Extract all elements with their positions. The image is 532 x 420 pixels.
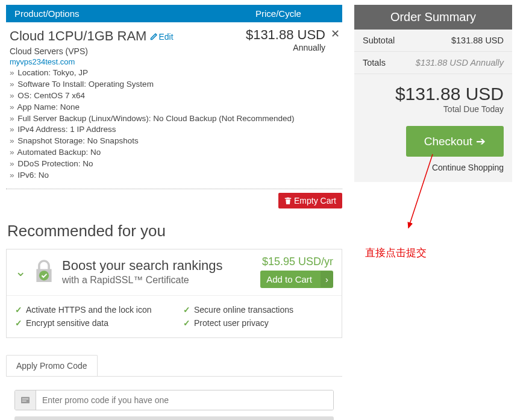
subtotal-value: $131.88 USD — [451, 36, 504, 45]
feature-item: ✓Protect user privacy — [183, 316, 333, 330]
header-product: Product/Options — [14, 8, 255, 19]
config-line: » Automated Backup: No — [10, 147, 339, 158]
total-due-label: Total Due Today — [363, 104, 504, 114]
promo-price: $15.95 USD/yr — [260, 255, 333, 268]
chevron-right-icon: › — [321, 271, 333, 287]
item-cycle: Annually — [246, 43, 325, 52]
empty-cart-button[interactable]: Empty Cart — [278, 193, 342, 208]
total-due-amount: $131.88 USD — [363, 84, 504, 104]
annotation-text: 直接点击提交 — [365, 246, 427, 260]
trash-icon — [284, 197, 292, 204]
config-list: » Location: Tokyo, JP» Software To Insta… — [10, 67, 339, 181]
recommended-heading: Recommended for you — [7, 222, 342, 240]
item-domain[interactable]: myvps234test.com — [10, 57, 339, 66]
summary-title: Order Summary — [354, 5, 512, 30]
config-line: » DDoS Protection: No — [10, 158, 339, 170]
feature-item: ✓Activate HTTPS and the lock icon — [15, 303, 165, 316]
config-line: » Full Server Backup (Linux/Windows): No… — [10, 113, 339, 125]
svg-rect-2 — [22, 398, 29, 399]
config-line: » Location: Tokyo, JP — [10, 67, 339, 79]
header-price: Price/Cycle — [255, 8, 334, 19]
chevron-down-icon[interactable]: ⌄ — [15, 264, 26, 280]
totals-value: $131.88 USD Annually — [416, 58, 504, 67]
cart-item: Cloud 1CPU/1GB RAM Edit $131.88 USD Annu… — [6, 22, 342, 189]
cart-table-header: Product/Options Price/Cycle — [6, 5, 342, 22]
config-line: » Software To Install: Operating System — [10, 79, 339, 90]
subtotal-label: Subtotal — [363, 36, 395, 45]
edit-button[interactable]: Edit — [150, 32, 173, 42]
remove-item-button[interactable]: ✕ — [331, 27, 340, 40]
lock-icon — [33, 257, 55, 286]
tab-apply-promo[interactable]: Apply Promo Code — [6, 355, 98, 376]
recommendation-card: ⌄ Boost your search rankings with a Rapi… — [6, 249, 342, 338]
item-price: $131.88 USD — [246, 27, 325, 43]
arrow-right-icon: ➔ — [476, 134, 486, 148]
promo-input-group — [14, 390, 334, 410]
svg-line-4 — [408, 154, 433, 228]
annotation-arrow — [402, 149, 463, 240]
pencil-icon — [150, 33, 157, 40]
config-line: » OS: CentOS 7 x64 — [10, 90, 339, 102]
feature-column: ✓Activate HTTPS and the lock icon✓Encryp… — [15, 303, 165, 330]
feature-column: ✓Secure online transactions✓Protect user… — [183, 303, 333, 330]
config-line: » App Name: None — [10, 102, 339, 113]
feature-item: ✓Encrypt sensitive data — [15, 316, 165, 330]
item-title: Cloud 1CPU/1GB RAM — [10, 28, 146, 44]
totals-label: Totals — [363, 58, 386, 67]
feature-item: ✓Secure online transactions — [183, 303, 333, 316]
promo-subtitle: with a RapidSSL™ Certificate — [62, 275, 223, 286]
config-line: » IPv6: No — [10, 170, 339, 181]
svg-rect-1 — [21, 396, 30, 403]
promo-title: Boost your search rankings — [62, 258, 223, 274]
ticket-icon — [15, 390, 36, 410]
promo-code-input[interactable] — [36, 390, 333, 410]
add-to-cart-button[interactable]: Add to Cart › — [260, 271, 333, 288]
config-line: » IPv4 Address: 1 IP Address — [10, 124, 339, 136]
svg-rect-3 — [22, 401, 27, 401]
config-line: » Snapshot Storage: No Snapshots — [10, 136, 339, 147]
svg-point-0 — [39, 271, 49, 280]
validate-code-button[interactable]: Validate Code — [14, 416, 334, 420]
